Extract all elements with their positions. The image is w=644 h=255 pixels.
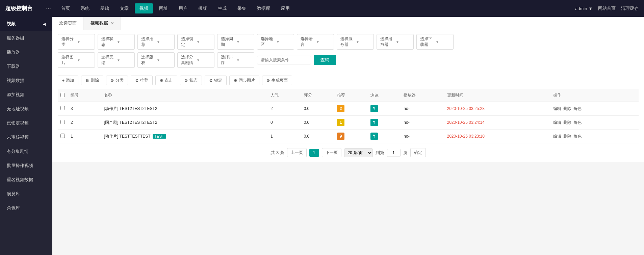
cell-browse-1: Y: [368, 116, 401, 130]
sidebar-item-5[interactable]: 添加视频: [0, 88, 52, 102]
toolbar-btn-icon-5: ⚙: [184, 78, 188, 83]
action-编辑-1[interactable]: 编辑: [553, 120, 561, 125]
row-checkbox-2[interactable]: [60, 134, 65, 138]
f-sort[interactable]: 选择排序▼: [217, 52, 254, 68]
prev-page-button[interactable]: 上一页: [287, 148, 307, 157]
action-删除-1[interactable]: 删除: [563, 120, 571, 125]
nav-item-文章[interactable]: 文章: [115, 3, 133, 13]
query-button[interactable]: 查询: [314, 55, 336, 65]
current-page-button[interactable]: 1: [309, 149, 319, 157]
app-logo: 超级控制台: [5, 5, 32, 12]
f-player[interactable]: 选择播放器▼: [377, 34, 414, 50]
toolbar-btn-3[interactable]: ⚙推荐: [131, 76, 153, 85]
f-image[interactable]: 选择图片▼: [58, 52, 95, 68]
f-server[interactable]: 选择服务器▼: [337, 34, 374, 50]
row-checkbox-1[interactable]: [60, 120, 65, 124]
f-finish[interactable]: 选择完结▼: [98, 52, 135, 68]
filter-row-2: 选择图片▼选择完结▼选择版权▼选择分集剧情▼选择排序▼ 查询: [58, 52, 639, 68]
f-language-arrow: ▼: [316, 40, 330, 44]
nav-item-数据库[interactable]: 数据库: [252, 3, 275, 13]
nav-item-应用[interactable]: 应用: [276, 3, 294, 13]
f-period[interactable]: 选择周期▼: [217, 34, 254, 50]
action-编辑-2[interactable]: 编辑: [553, 134, 561, 139]
f-downloader[interactable]: 选择下载器▼: [416, 34, 454, 50]
toolbar-btn-label-8: 生成页面: [272, 78, 288, 83]
f-server-arrow: ▼: [356, 40, 370, 44]
action-删除-0[interactable]: 删除: [563, 106, 571, 111]
f-status[interactable]: 选择状态▼: [98, 34, 135, 50]
sidebar-item-12[interactable]: 演员库: [0, 187, 52, 201]
sidebar-item-6[interactable]: 无地址视频: [0, 102, 52, 116]
tab-0[interactable]: 欢迎页面: [52, 17, 84, 30]
nav-item-生成[interactable]: 生成: [213, 3, 231, 13]
action-角色-1[interactable]: 角色: [573, 120, 582, 125]
goto-confirm-button[interactable]: 确定: [410, 148, 426, 157]
toolbar-btn-1[interactable]: 🗑删除: [81, 76, 103, 85]
cell-updated-1: 2020-10-25 03:24:14: [444, 116, 550, 130]
f-period-arrow: ▼: [236, 40, 251, 44]
nav-item-模版[interactable]: 模版: [194, 3, 212, 13]
search-input[interactable]: [257, 56, 311, 64]
cell-rating-0: 0.0: [301, 102, 335, 116]
table-wrap: 编号名称人气评分推荐浏览播放器更新时间操作 3 [动作片] TEST2TEST2…: [52, 89, 644, 143]
toolbar-btn-label-2: 分类: [115, 78, 124, 83]
toolbar-btn-4[interactable]: ⚙点击: [155, 76, 177, 85]
nav-item-用户[interactable]: 用户: [174, 3, 192, 13]
nav-right: admin ▼ 网站首页 清理缓存: [575, 5, 639, 11]
toolbar-btn-6[interactable]: ⚙锁定: [205, 76, 227, 85]
select-all-checkbox[interactable]: [60, 93, 65, 97]
sidebar-item-8[interactable]: 未审核视频: [0, 130, 52, 144]
f-lock[interactable]: 选择锁定▼: [177, 34, 214, 50]
toolbar-btn-2[interactable]: ⚙分类: [106, 76, 128, 85]
sidebar-item-3[interactable]: 下载器: [0, 59, 52, 74]
browse-badge-0: Y: [370, 105, 378, 112]
action-编辑-0[interactable]: 编辑: [553, 106, 561, 111]
cell-name-2: [动作片] TESTTESTTESTTEST: [101, 130, 268, 143]
f-region[interactable]: 选择地区▼: [257, 34, 294, 50]
toolbar-btn-icon-3: ⚙: [135, 78, 139, 83]
f-recommend[interactable]: 选择推荐▼: [137, 34, 175, 50]
per-page-select[interactable]: 20 条/页 50 条/页 100 条/页: [344, 148, 373, 157]
sidebar-item-2[interactable]: 播放器: [0, 45, 52, 59]
toolbar-btn-icon-0: +: [62, 78, 65, 83]
toolbar-btn-icon-7: ⚙: [234, 78, 237, 83]
nav-item-视频[interactable]: 视频: [135, 3, 153, 13]
toolbar-btn-8[interactable]: ⚙生成页面: [262, 76, 292, 85]
more-dots[interactable]: ···: [46, 5, 51, 12]
next-page-button[interactable]: 下一页: [322, 148, 341, 157]
row-checkbox-0[interactable]: [60, 106, 65, 110]
sidebar-item-7[interactable]: 已锁定视频: [0, 116, 52, 130]
toolbar-btn-0[interactable]: +添加: [58, 76, 78, 85]
nav-item-基础[interactable]: 基础: [96, 3, 114, 13]
action-角色-2[interactable]: 角色: [573, 134, 582, 139]
action-角色-0[interactable]: 角色: [573, 106, 582, 111]
action-删除-2[interactable]: 删除: [563, 134, 571, 139]
tab-1[interactable]: 视频数据✕: [84, 17, 121, 30]
nav-item-首页[interactable]: 首页: [56, 3, 75, 13]
f-copyright[interactable]: 选择版权▼: [137, 52, 175, 68]
sidebar-item-13[interactable]: 角色库: [0, 201, 52, 215]
nav-item-采集[interactable]: 采集: [233, 3, 251, 13]
sidebar-item-4[interactable]: 视频数据: [0, 74, 52, 88]
f-episode[interactable]: 选择分集剧情▼: [177, 52, 214, 68]
f-image-arrow: ▼: [77, 58, 91, 62]
admin-button[interactable]: admin ▼: [575, 6, 593, 11]
table-row: 1 [动作片] TESTTESTTESTTEST 1 0.0 9 Y no- 2…: [58, 130, 639, 143]
sidebar-item-9[interactable]: 有分集剧情: [0, 144, 52, 159]
toolbar-btn-5[interactable]: ⚙状态: [180, 76, 202, 85]
site-home-link[interactable]: 网站首页: [598, 5, 616, 11]
goto-page-input[interactable]: [387, 149, 401, 157]
sidebar-item-10[interactable]: 批量操作视频: [0, 159, 52, 173]
nav-item-网址[interactable]: 网址: [154, 3, 173, 13]
nav-item-系统[interactable]: 系统: [76, 3, 94, 13]
sidebar-item-1[interactable]: 服务器组: [0, 31, 52, 45]
f-category[interactable]: 选择分类▼: [58, 34, 95, 50]
f-language[interactable]: 选择语言▼: [297, 34, 334, 50]
toolbar-btn-7[interactable]: ⚙同步图片: [229, 76, 259, 85]
cell-actions-2: 编辑删除角色: [550, 130, 639, 143]
recommend-badge-1: 1: [337, 119, 344, 126]
sidebar-item-11[interactable]: 重名视频数据: [0, 173, 52, 187]
tab-close-1[interactable]: ✕: [111, 21, 114, 26]
clear-cache-link[interactable]: 清理缓存: [621, 5, 639, 11]
sidebar-item-0[interactable]: 视频◀: [0, 17, 52, 31]
